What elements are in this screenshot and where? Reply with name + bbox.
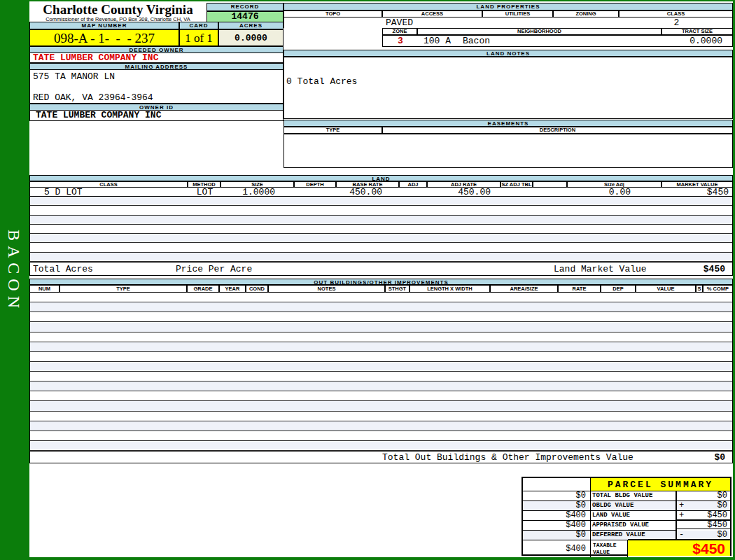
empty-table-row <box>30 382 732 391</box>
land-market-value: $450 <box>662 188 732 197</box>
ob-col-cond: COND <box>246 285 268 293</box>
easements-header: EASEMENTS <box>284 120 733 127</box>
ps-prior-land: $400 <box>523 511 591 521</box>
land-data-row: 5 D LOT LOT 1.0000 450.00 450.00 0.00 $4… <box>29 188 733 197</box>
zone-values-row: 3 100 A Bacon 0.0000 <box>382 35 733 47</box>
ps-prior-appraised: $400 <box>523 521 591 531</box>
ps-label-taxable-line1: TAXABLE <box>593 542 627 549</box>
land-totals-row: Total Acres Price Per Acre Land Market V… <box>29 262 733 276</box>
empty-table-row <box>30 441 732 451</box>
empty-table-row <box>30 253 732 262</box>
land-notes-box: 0 Total Acres <box>284 57 733 119</box>
empty-table-row <box>30 322 732 332</box>
col-easement-description: DESCRIPTION <box>382 127 733 134</box>
col-topo: TOPO <box>284 10 382 18</box>
county-title: Charlotte County Virginia <box>29 2 206 17</box>
neighborhood-code: 100 A <box>424 36 451 46</box>
ps-op-obldg: + <box>679 501 684 510</box>
land-market-value-total: $450 <box>660 265 729 274</box>
ps-label-total-bldg: TOTAL BLDG VALUE <box>591 491 677 501</box>
parcel-summary: PARCEL SUMMARY $0 TOTAL BLDG VALUE $0 $0… <box>522 477 732 556</box>
ob-col-value: VALUE <box>636 285 696 293</box>
record-value: 14476 <box>206 11 284 22</box>
land-size-adj-value: 0.00 <box>568 188 662 197</box>
tract-size-value: 0.0000 <box>662 36 728 46</box>
out-buildings-header: OUT BUILDINGS/OTHER IMPROVEMENTS <box>29 279 733 285</box>
empty-table-row <box>30 391 732 401</box>
empty-table-row <box>30 206 732 215</box>
empty-table-row <box>30 401 732 411</box>
ps-label-taxable: TAXABLE VALUE <box>591 540 628 557</box>
mailing-address-box: 575 TA MANOR LN RED OAK, VA 23964-3964 <box>29 70 284 104</box>
ps-prior-total-bldg: $0 <box>523 491 591 501</box>
ps-prior-obldg: $0 <box>523 501 591 511</box>
ob-col-length-width: LENGTH X WIDTH <box>410 285 490 293</box>
land-notes-header: LAND NOTES <box>284 50 733 57</box>
land-col-sz-adj-tbl: SZ ADJ TBL <box>500 181 533 188</box>
address-line-1: 575 TA MANOR LN <box>30 70 283 82</box>
ob-col-rate: RATE <box>558 285 601 293</box>
empty-table-row <box>30 293 732 302</box>
land-empty-rows <box>29 197 733 262</box>
land-col-depth: DEPTH <box>294 181 336 188</box>
ob-col-s: S <box>696 285 703 293</box>
record-header: RECORD <box>206 3 284 11</box>
address-line-2: RED OAK, VA 23964-3964 <box>30 82 283 103</box>
empty-table-row <box>30 243 732 252</box>
ob-col-notes: NOTES <box>268 285 385 293</box>
easements-box <box>284 134 733 168</box>
col-neighborhood: NEIGHBORHOOD <box>417 28 662 35</box>
ob-col-area-size: AREA/SIZE <box>490 285 558 293</box>
land-col-blank <box>533 181 567 188</box>
land-adj-rate-value: 450.00 <box>428 188 501 197</box>
ps-row-appraised: $450 <box>677 519 730 529</box>
col-tract-size: TRACT SIZE <box>662 28 733 35</box>
empty-table-row <box>30 342 732 352</box>
ps-label-land: LAND VALUE <box>591 511 677 521</box>
map-number-header: MAP NUMBER <box>29 22 179 29</box>
ps-prior-taxable: $400 <box>523 540 591 557</box>
land-market-value-label: Land Market Value <box>554 265 647 274</box>
land-class-value: 5 D LOT <box>30 188 188 197</box>
empty-table-row <box>30 197 732 206</box>
ps-prior-deferred: $0 <box>523 531 591 540</box>
ps-value-obldg: $0 <box>718 501 727 510</box>
ps-row-total-bldg: $0 <box>677 491 730 501</box>
land-properties-header: LAND PROPERTIES <box>284 3 733 10</box>
land-col-adj: ADJ <box>399 181 427 188</box>
empty-table-row <box>30 362 732 372</box>
ob-col-num: NUM <box>29 285 59 293</box>
ob-total-value: $0 <box>660 453 729 463</box>
ob-total-label: Total Out Buildings & Other Improvements… <box>382 453 634 463</box>
ob-col-type: TYPE <box>59 285 187 293</box>
price-per-acre-label: Price Per Acre <box>176 265 252 274</box>
ob-col-dep: DEP <box>601 285 636 293</box>
col-zone: ZONE <box>382 28 417 35</box>
col-zoning: ZONING <box>553 10 619 18</box>
empty-table-row <box>30 216 732 225</box>
ob-col-year: YEAR <box>219 285 246 293</box>
empty-table-row <box>30 421 732 431</box>
empty-table-row <box>30 234 732 243</box>
empty-table-row <box>30 412 732 421</box>
ps-header-blank-cell <box>523 478 591 491</box>
ps-label-obldg: OBLDG VALUE <box>591 501 677 511</box>
ps-value-appraised: $450 <box>707 521 727 530</box>
deeded-owner-value: TATE LUMBER COMPANY INC <box>29 53 284 63</box>
class-value: 2 <box>620 18 734 28</box>
empty-table-row <box>30 431 732 441</box>
ob-col-grade: GRADE <box>187 285 219 293</box>
out-buildings-empty-rows <box>29 293 733 451</box>
col-class: CLASS <box>619 10 733 18</box>
access-value: PAVED <box>386 18 413 28</box>
empty-table-row <box>30 332 732 342</box>
ps-row-obldg: + $0 <box>677 501 730 511</box>
land-method-value: LOT <box>188 188 221 197</box>
map-number-value: 098-A - 1- - - 237 <box>29 29 179 46</box>
zone-value: 3 <box>383 36 418 46</box>
empty-table-row <box>30 302 732 312</box>
ps-label-taxable-line2: VALUE <box>593 549 627 556</box>
ob-col-sthgt: STHGT <box>385 285 410 293</box>
neighborhood-name: Bacon <box>463 36 490 46</box>
acres-value: 0.0000 <box>218 29 284 46</box>
